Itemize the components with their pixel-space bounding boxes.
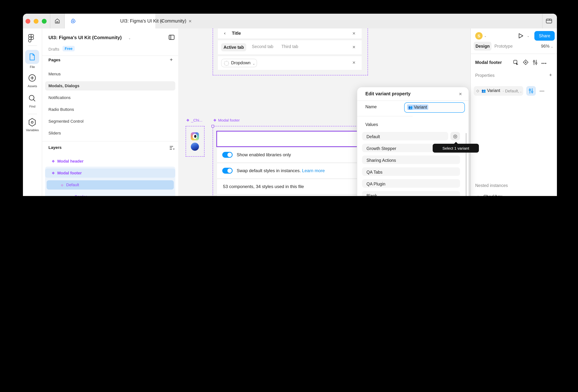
frame-handle[interactable]	[211, 125, 214, 127]
pages-section-label: Pages	[48, 58, 60, 62]
tab-second[interactable]: Second tab	[252, 44, 273, 49]
avatar[interactable]: S	[475, 32, 482, 39]
close-tab-icon[interactable]: ×	[189, 18, 192, 24]
modal-footer-label[interactable]: ❖ Modal footer	[213, 118, 240, 122]
page-item[interactable]: Menus	[45, 70, 175, 79]
modal-header-variant-row[interactable]: ‹ Title ×	[218, 29, 362, 39]
chevron-down-icon[interactable]: ⌄	[484, 34, 486, 38]
layers-section-label: Layers	[48, 145, 62, 150]
property-name: Variant	[487, 88, 500, 93]
variant-property-row[interactable]: ◇ 👥 Variant · Default, ...	[474, 86, 523, 96]
dropdown-button[interactable]: Dropdown ⌄	[221, 59, 257, 67]
adjust-icon[interactable]	[532, 59, 538, 65]
tab-design[interactable]: Design	[474, 42, 491, 51]
more-icon[interactable]: •••	[541, 61, 547, 65]
layer-row[interactable]: ❖ Modal header	[45, 157, 175, 166]
home-icon[interactable]	[54, 18, 60, 24]
nested-instances-label: Nested instances	[475, 183, 508, 188]
copy-properties-icon[interactable]	[513, 60, 519, 65]
new-tab-icon[interactable]: +	[160, 18, 163, 24]
layer-row-default-selected[interactable]: ◆ Default	[47, 180, 174, 190]
dropdown-label: Dropdown	[231, 61, 250, 65]
variant-value-row[interactable]: QA Tabs	[362, 167, 460, 176]
divider	[50, 14, 50, 29]
modal-header-tabs-row[interactable]: Active tab Second tab Third tab ×	[218, 40, 362, 54]
assets-icon[interactable]	[28, 74, 37, 82]
modal-header-dropdown-row[interactable]: Dropdown ⌄ ×	[218, 56, 362, 70]
close-icon[interactable]: ×	[352, 44, 355, 49]
property-value: · Default, ...	[503, 89, 522, 93]
page-item[interactable]: Notifications	[45, 93, 175, 102]
name-label: Name	[365, 105, 377, 109]
layer-label: Border	[75, 194, 87, 196]
chevron-down-icon[interactable]: ⌄	[128, 37, 131, 40]
layers-sort-icon[interactable]	[169, 146, 175, 150]
add-page-icon[interactable]: +	[170, 57, 173, 62]
add-property-icon[interactable]: +	[549, 72, 552, 78]
select-variant-target-icon[interactable]: ◎	[450, 132, 460, 140]
line-icon: —	[68, 194, 73, 196]
tab-third[interactable]: Third tab	[282, 44, 298, 49]
variables-icon[interactable]	[28, 118, 36, 127]
close-icon[interactable]: ×	[352, 31, 355, 36]
toggle-on[interactable]	[222, 152, 233, 158]
figma-window: UI3: Figma's UI Kit (Community) × + File	[23, 14, 557, 196]
figma-logo-icon[interactable]	[28, 34, 34, 42]
edit-variant-property-dialog[interactable]: Edit variant property × Name 👥 Variant V…	[357, 87, 469, 196]
breadcrumb[interactable]: Drafts	[48, 47, 59, 51]
layer-row[interactable]: — Border	[45, 192, 175, 196]
zoom-level[interactable]: 96% ⌄	[541, 44, 553, 48]
nested-instance-row[interactable]: ◇ Checkbox	[474, 193, 554, 196]
component-icon: ❖	[51, 171, 55, 175]
assets-label: Assets	[23, 84, 42, 88]
page-label: Notifications	[48, 95, 71, 100]
toggle-on[interactable]	[222, 168, 233, 174]
variant-value-row[interactable]: Sharing Actions	[362, 156, 460, 164]
minimize-traffic-light[interactable]	[34, 19, 39, 23]
back-chevron-icon[interactable]: ‹	[224, 31, 226, 36]
file-tab[interactable]: UI3: Figma's UI Kit (Community) ×	[65, 14, 155, 29]
variant-value-row[interactable]: QA Plugin	[362, 179, 460, 188]
properties-label: Properties	[475, 73, 495, 78]
page-item-selected[interactable]: Modals, Dialogs	[45, 81, 175, 90]
component-plus-icon[interactable]	[523, 59, 529, 65]
component-icon: ❖	[186, 118, 190, 122]
share-button[interactable]: Share	[534, 31, 555, 41]
dialog-scrollbar[interactable]	[466, 133, 467, 196]
find-label: Find	[23, 105, 42, 108]
tooltip-arrow	[454, 142, 458, 144]
variant-adjust-button[interactable]	[526, 86, 536, 96]
search-icon[interactable]	[28, 94, 36, 102]
close-icon[interactable]: ×	[459, 91, 462, 96]
present-icon[interactable]	[518, 33, 524, 39]
tab-active[interactable]: Active tab	[221, 43, 246, 51]
toggle-label: Show enabled libraries only	[237, 152, 291, 157]
maximize-traffic-light[interactable]	[42, 19, 47, 23]
name-input[interactable]: 👥 Variant	[404, 102, 465, 113]
file-title[interactable]: UI3: Figma's UI Kit (Community)	[48, 35, 126, 40]
busts-emoji-icon: 👥	[482, 89, 486, 93]
busts-emoji-icon: 👥	[408, 105, 413, 109]
chevron-down-icon[interactable]: ⌄	[527, 34, 529, 38]
close-icon[interactable]: ×	[352, 60, 355, 65]
remove-property-icon[interactable]: —	[539, 88, 544, 93]
page-item[interactable]: Radio Buttons	[45, 105, 175, 114]
page-item[interactable]: Segmented Control	[45, 117, 175, 126]
plan-badge: Free	[62, 46, 75, 51]
left-rail: File Assets Find Variables A?	[23, 29, 42, 196]
figma-community-icon	[70, 18, 76, 24]
chit-component-label[interactable]: ❖ _Chi...	[186, 118, 202, 122]
learn-more-link[interactable]: Learn more	[302, 168, 325, 173]
variant-value-row[interactable]: Blank	[362, 191, 460, 196]
modal-title: Title	[232, 31, 241, 36]
chit-component-frame[interactable]	[186, 126, 204, 157]
page-item[interactable]: Sliders	[45, 129, 175, 138]
tab-switcher-icon[interactable]	[546, 18, 552, 24]
close-traffic-light[interactable]	[26, 19, 30, 23]
variant-value-row[interactable]: Default	[362, 132, 448, 140]
library-chit-icon[interactable]	[191, 132, 199, 140]
toggle-sidebar-icon[interactable]	[169, 35, 175, 40]
blue-sphere-chit-icon[interactable]	[191, 143, 199, 151]
tab-prototype[interactable]: Prototype	[494, 44, 513, 48]
layer-row-modal-footer[interactable]: ❖ Modal footer	[45, 168, 175, 178]
